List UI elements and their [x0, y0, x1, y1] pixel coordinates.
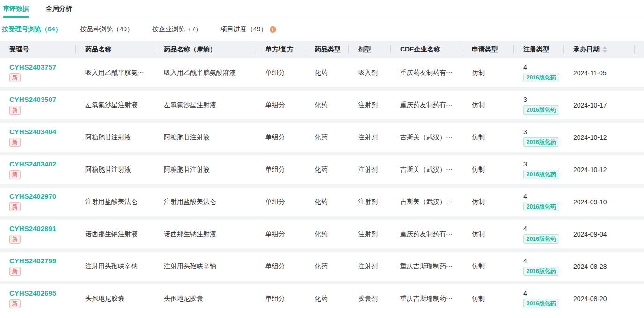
col-header-acceptance-no: 受理号 — [9, 45, 76, 54]
cell-date: 2024-09-10 — [564, 188, 635, 216]
row-divider — [0, 152, 644, 155]
info-circle-icon[interactable]: i — [270, 26, 276, 33]
reg-class: 3 — [523, 128, 564, 136]
new-badge: 新 — [9, 106, 21, 115]
acceptance-no-link[interactable]: CYHS2402970 — [9, 192, 76, 201]
cell-dosage-form: 注射剂 — [349, 188, 391, 216]
reg-class: 4 — [523, 289, 564, 297]
cell-drug-type: 化药 — [305, 91, 349, 119]
cell-drug-type: 化药 — [305, 58, 349, 87]
new-badge: 新 — [9, 170, 21, 179]
cell-dosage-form: 注射剂 — [349, 123, 391, 152]
table-row: CYHS2402891 新 诺西那生钠注射液 诺西那生钠注射液 单组分 化药 注… — [0, 220, 644, 248]
cell-dosage-form: 吸入剂 — [349, 58, 391, 87]
table-row: CYHS2402695 新 头孢地尼胶囊 头孢地尼胶囊 单组分 化药 胶囊剂 重… — [0, 284, 644, 313]
cell-cde-company: 吉斯美（武汉）⋯ — [391, 155, 462, 184]
reg-tag-badge: 2016版化药 — [523, 170, 559, 179]
cell-application-type: 仿制 — [462, 155, 514, 184]
cell-formula: 单组分 — [256, 220, 305, 248]
reg-tag-badge: 2016版化药 — [523, 137, 559, 147]
table-row: CYHS2402799 新 注射用头孢呋辛钠 注射用头孢呋辛钠 单组分 化药 注… — [0, 252, 644, 281]
table-row: CYHS2403402 新 阿糖胞苷注射液 阿糖胞苷注射液 单组分 化药 注射剂… — [0, 155, 644, 184]
subtab-by-company[interactable]: 按企业浏览（7） — [152, 25, 202, 34]
subtab-by-variety[interactable]: 按品种浏览（49） — [80, 25, 134, 34]
cell-date: 2024-08-28 — [564, 252, 635, 281]
cell-date: 2024-10-12 — [564, 155, 635, 184]
table-row: CYHS2403404 新 阿糖胞苷注射液 阿糖胞苷注射液 单组分 化药 注射剂… — [0, 123, 644, 152]
reg-tag-badge: 2016版化药 — [523, 73, 559, 82]
cell-drug-name: 注射用盐酸美法仑 — [76, 188, 154, 216]
acceptance-no-link[interactable]: CYHS2402799 — [9, 257, 76, 266]
reg-tag-badge: 2016版化药 — [523, 299, 559, 308]
row-divider — [0, 281, 644, 284]
cell-formula: 单组分 — [256, 252, 305, 281]
new-badge: 新 — [9, 267, 21, 276]
reg-class: 4 — [523, 192, 564, 201]
col-header-registration-type: 注册类型 — [523, 45, 564, 54]
table-body: CYHS2403757 新 吸入用乙酰半胱氨⋯ 吸入用乙酰半胱氨酸溶液 单组分 … — [0, 58, 644, 313]
cell-cde-company: 重庆吉斯瑞制药⋯ — [391, 252, 462, 281]
cell-cde-company: 吉斯美（武汉）⋯ — [391, 123, 462, 152]
table-header-row: 受理号 药品名称 药品名称（摩熵） 单方/复方 药品类型 剂型 CDE企业名称 … — [0, 41, 644, 58]
cell-application-type: 仿制 — [462, 188, 514, 216]
tab-global-analysis[interactable]: 全局分析 — [46, 5, 72, 18]
sub-tab-bar: 按受理号浏览（64） 按品种浏览（49） 按企业浏览（7） 项目进度（49） i — [0, 18, 644, 41]
cell-drug-name-mh: 阿糖胞苷注射液 — [154, 123, 256, 152]
acceptance-no-link[interactable]: CYHS2403404 — [9, 128, 76, 137]
top-tab-bar: 审评数据 全局分析 — [0, 0, 644, 18]
new-badge: 新 — [9, 235, 21, 244]
subtab-by-acceptance-no[interactable]: 按受理号浏览（64） — [2, 25, 62, 34]
new-badge: 新 — [9, 73, 21, 82]
cell-drug-name-mh: 吸入用乙酰半胱氨酸溶液 — [154, 58, 256, 87]
new-badge: 新 — [9, 299, 21, 308]
cell-application-type: 仿制 — [462, 220, 514, 248]
acceptance-no-link[interactable]: CYHS2403402 — [9, 160, 76, 169]
col-header-drug-name-mh: 药品名称（摩熵） — [164, 45, 256, 54]
acceptance-no-link[interactable]: CYHS2403757 — [9, 63, 76, 72]
sort-carets-icon[interactable] — [602, 46, 607, 53]
cell-dosage-form: 注射剂 — [349, 220, 391, 248]
reg-class: 4 — [523, 63, 564, 72]
cell-dosage-form: 胶囊剂 — [349, 284, 391, 313]
cell-dosage-form: 注射剂 — [349, 91, 391, 119]
col-header-drug-name: 药品名称 — [85, 45, 154, 54]
subtab-project-progress[interactable]: 项目进度（49） — [220, 25, 267, 34]
cell-drug-name: 左氧氟沙星注射液 — [76, 91, 154, 119]
cell-drug-type: 化药 — [305, 220, 349, 248]
cell-drug-type: 化药 — [305, 155, 349, 184]
cell-application-type: 仿制 — [462, 252, 514, 281]
acceptance-no-link[interactable]: CYHS2402695 — [9, 289, 76, 298]
cell-drug-name: 阿糖胞苷注射液 — [76, 123, 154, 152]
row-divider — [0, 216, 644, 220]
row-divider — [0, 184, 644, 188]
acceptance-no-link[interactable]: CYHS2402891 — [9, 224, 76, 233]
col-header-acceptance-date: 承办日期 — [573, 45, 600, 54]
cell-drug-name-mh: 头孢地尼胶囊 — [154, 284, 256, 313]
row-divider — [0, 119, 644, 123]
cell-date: 2024-08-20 — [564, 284, 635, 313]
cell-date: 2024-11-05 — [564, 58, 635, 87]
cell-drug-type: 化药 — [305, 284, 349, 313]
row-divider — [0, 248, 644, 252]
reg-tag-badge: 2016版化药 — [523, 202, 559, 211]
reg-class: 4 — [523, 224, 564, 233]
cell-formula: 单组分 — [256, 91, 305, 119]
col-header-dosage-form: 剂型 — [358, 45, 391, 54]
reg-tag-badge: 2016版化药 — [523, 234, 559, 244]
new-badge: 新 — [9, 202, 21, 211]
cell-date: 2024-09-04 — [564, 220, 635, 248]
cell-drug-name: 阿糖胞苷注射液 — [76, 155, 154, 184]
tab-review-data[interactable]: 审评数据 — [3, 5, 29, 18]
cell-drug-name: 吸入用乙酰半胱氨⋯ — [76, 58, 154, 87]
cell-dosage-form: 注射剂 — [349, 155, 391, 184]
cell-drug-name-mh: 诺西那生钠注射液 — [154, 220, 256, 248]
cell-drug-name: 注射用头孢呋辛钠 — [76, 252, 154, 281]
cell-cde-company: 吉斯美（武汉）⋯ — [391, 188, 462, 216]
table-row: CYHS2402970 新 注射用盐酸美法仑 注射用盐酸美法仑 单组分 化药 注… — [0, 188, 644, 216]
cell-formula: 单组分 — [256, 155, 305, 184]
cell-drug-name-mh: 注射用盐酸美法仑 — [154, 188, 256, 216]
acceptance-no-link[interactable]: CYHS2403507 — [9, 95, 76, 104]
col-header-drug-type: 药品类型 — [315, 45, 349, 54]
cell-drug-name-mh: 左氧氟沙星注射液 — [154, 91, 256, 119]
row-divider — [0, 87, 644, 91]
